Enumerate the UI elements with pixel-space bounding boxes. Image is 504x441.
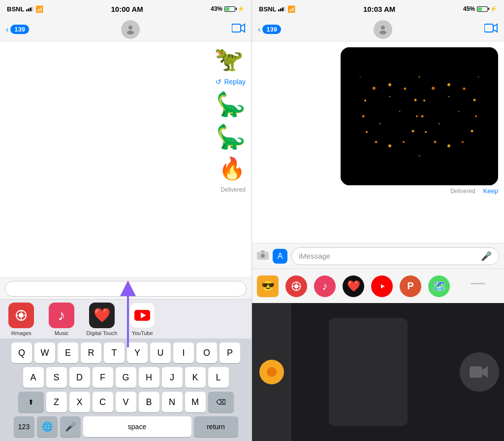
drawer-app-images[interactable]: #images: [4, 303, 38, 336]
camera-button-right[interactable]: [257, 250, 269, 262]
carrier-right: BSNL: [259, 5, 276, 13]
key-d[interactable]: D: [69, 367, 90, 388]
key-m[interactable]: M: [185, 392, 206, 412]
signal-bar-3: [30, 7, 32, 11]
key-n[interactable]: N: [162, 392, 183, 412]
message-input-left[interactable]: [5, 281, 247, 297]
svg-point-36: [471, 130, 473, 133]
strip-icon-digital-touch[interactable]: ❤️: [343, 275, 364, 297]
svg-point-26: [364, 100, 366, 102]
key-i[interactable]: I: [173, 342, 194, 363]
mic-icon-right: 🎤: [481, 251, 492, 262]
appstore-button-right[interactable]: A: [273, 249, 287, 264]
key-c[interactable]: C: [93, 392, 113, 412]
key-z[interactable]: Z: [46, 392, 67, 412]
key-p[interactable]: P: [220, 342, 240, 363]
key-u[interactable]: U: [150, 342, 171, 363]
strip-icon-ph[interactable]: P: [400, 275, 421, 297]
key-numbers[interactable]: 123: [14, 416, 34, 437]
camera-shutter[interactable]: [259, 360, 284, 384]
strip-icon-maps[interactable]: 🗺️: [428, 275, 450, 297]
delivered-left: Delivered: [220, 186, 246, 193]
emoji-trex: 🦖: [214, 45, 244, 73]
back-button-left[interactable]: ‹ 139: [6, 25, 29, 34]
key-g[interactable]: G: [116, 367, 136, 388]
drawer-app-youtube[interactable]: YouTube: [125, 303, 159, 336]
svg-point-38: [447, 144, 450, 147]
message-input-right[interactable]: iMessage 🎤: [291, 247, 499, 265]
emoji-dino2: 🦕: [216, 123, 246, 151]
signal-bar-4: [32, 6, 33, 11]
svg-rect-53: [261, 250, 265, 252]
svg-point-25: [362, 115, 365, 118]
signal-bar-r3: [282, 7, 284, 11]
battery-pct-left: 43%: [211, 5, 222, 12]
key-y[interactable]: Y: [127, 342, 148, 363]
status-bar-right: BSNL 📶 10:03 AM 45% ⚡: [252, 0, 504, 18]
strip-icon-emoji[interactable]: 😎: [257, 275, 279, 297]
maps-strip-icon: 🗺️: [433, 280, 446, 293]
svg-point-17: [404, 88, 407, 90]
key-globe[interactable]: 🌐: [37, 416, 58, 437]
key-w[interactable]: W: [34, 342, 55, 363]
key-shift[interactable]: ⬆: [18, 392, 44, 412]
charging-icon-right: ⚡: [490, 5, 497, 12]
key-q[interactable]: Q: [11, 342, 32, 363]
dark-image-message: [341, 47, 498, 185]
video-camera-button[interactable]: [460, 352, 499, 392]
key-mic[interactable]: 🎤: [60, 416, 81, 437]
signal-bars-right: [278, 6, 285, 11]
avatar-left[interactable]: [121, 20, 140, 39]
svg-point-50: [418, 155, 420, 157]
drawer-app-digital-touch[interactable]: ❤️ Digital Touch: [85, 303, 119, 336]
battery-fill-left: [225, 7, 229, 11]
strip-icon-images[interactable]: [285, 275, 307, 297]
replay-icon: ↺: [216, 78, 221, 86]
key-space[interactable]: space: [83, 416, 191, 437]
strip-icon-music[interactable]: ♪: [314, 275, 336, 297]
key-f[interactable]: F: [93, 367, 113, 388]
video-button-left[interactable]: [232, 23, 246, 35]
avatar-right[interactable]: [374, 20, 392, 39]
signal-bar-r4: [284, 6, 285, 11]
back-button-right[interactable]: ‹ 139: [258, 25, 281, 34]
key-j[interactable]: J: [162, 367, 183, 388]
keep-link[interactable]: Keep: [483, 187, 498, 195]
key-b[interactable]: B: [139, 392, 159, 412]
signal-bar-r1: [278, 9, 280, 11]
music-strip-icon: ♪: [322, 280, 328, 293]
video-icon-panel: [455, 303, 504, 441]
key-k[interactable]: K: [185, 367, 206, 388]
key-e[interactable]: E: [58, 342, 78, 363]
key-t[interactable]: T: [104, 342, 125, 363]
svg-point-37: [462, 141, 464, 143]
svg-point-43: [432, 87, 435, 90]
charging-icon-left: ⚡: [237, 5, 245, 12]
images-label: #images: [11, 330, 32, 336]
key-s[interactable]: S: [46, 367, 67, 388]
wifi-icon-right: 📶: [287, 5, 295, 13]
key-return[interactable]: return: [194, 416, 238, 437]
replay-label: Replay: [224, 78, 246, 86]
replay-row[interactable]: ↺ Replay: [216, 78, 246, 86]
key-o[interactable]: O: [196, 342, 217, 363]
key-h[interactable]: H: [139, 367, 159, 388]
strip-icon-youtube[interactable]: [371, 275, 393, 297]
back-chevron-left: ‹: [6, 25, 8, 34]
svg-point-12: [379, 31, 386, 34]
key-l[interactable]: L: [208, 367, 229, 388]
keyboard-bottom-row: 123 🌐 🎤 space return: [2, 416, 250, 437]
key-v[interactable]: V: [116, 392, 136, 412]
camera-panel[interactable]: [252, 303, 291, 441]
key-a[interactable]: A: [23, 367, 44, 388]
svg-point-11: [381, 26, 385, 30]
video-button-right[interactable]: [484, 23, 498, 35]
music-label: Music: [55, 330, 69, 336]
imessage-placeholder: iMessage: [299, 252, 330, 260]
svg-rect-13: [484, 24, 493, 32]
key-delete[interactable]: ⌫: [208, 392, 234, 412]
drawer-app-music[interactable]: ♪ Music: [44, 303, 79, 336]
carrier-left: BSNL: [7, 5, 24, 13]
key-r[interactable]: R: [81, 342, 101, 363]
key-x[interactable]: X: [69, 392, 90, 412]
